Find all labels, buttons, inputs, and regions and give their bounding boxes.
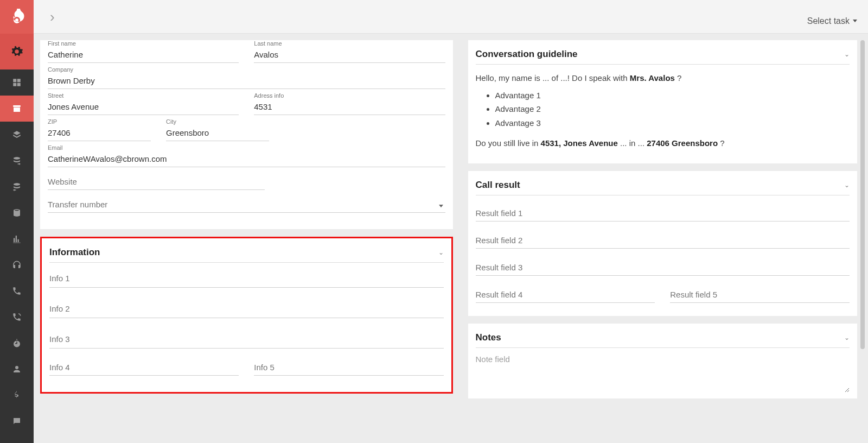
city-input[interactable] <box>166 126 269 141</box>
info-1-input[interactable] <box>49 274 444 283</box>
email-label: Email <box>48 144 445 151</box>
guideline-confirm-addr: 4531, Jones Avenue <box>541 138 618 148</box>
settings-button[interactable] <box>0 34 34 69</box>
email-input[interactable] <box>48 152 445 167</box>
user-icon <box>12 364 22 374</box>
notes-card: Notes ⌄ <box>468 324 857 398</box>
sidebar-item-chat[interactable] <box>0 408 34 434</box>
company-label: Company <box>48 66 445 73</box>
sidebar-item-archive[interactable] <box>0 96 34 122</box>
guideline-body: Hello, my name is ... of ...! Do I speak… <box>476 71 850 150</box>
guideline-greeting-name: Mrs. Avalos <box>630 73 675 83</box>
sidebar-item-layers[interactable] <box>0 122 34 148</box>
sidebar-item-billing[interactable] <box>0 382 34 408</box>
archive-icon <box>12 104 22 113</box>
result-field-1[interactable] <box>476 206 850 221</box>
sidebar-item-coins-in[interactable] <box>0 148 34 174</box>
phone-redo-icon <box>12 312 22 322</box>
info-5-input[interactable] <box>254 360 443 376</box>
flame-ball-icon <box>7 7 27 27</box>
brand-logo[interactable] <box>0 0 34 34</box>
street-label: Street <box>48 92 239 99</box>
information-header[interactable]: Information ⌄ <box>49 243 444 263</box>
guideline-confirm-city: 27406 Greensboro <box>647 138 718 148</box>
info-4-input[interactable] <box>49 360 239 376</box>
info-3-input[interactable] <box>49 334 444 344</box>
information-card: Information ⌄ <box>40 237 453 394</box>
first-name-input[interactable] <box>48 48 239 63</box>
chevron-down-icon: ⌄ <box>844 181 850 189</box>
gear-icon <box>9 43 25 60</box>
layers-icon <box>12 130 22 140</box>
right-scrollbar[interactable] <box>860 40 865 436</box>
website-input[interactable] <box>48 175 265 190</box>
guideline-bullet: Advantage 2 <box>495 102 850 116</box>
information-title: Information <box>49 247 100 258</box>
sidebar-item-database[interactable] <box>0 200 34 226</box>
last-name-label: Last name <box>254 40 445 47</box>
address-info-label: Adress info <box>254 92 445 99</box>
result-field-3[interactable] <box>476 261 850 276</box>
grid-icon <box>12 78 22 87</box>
guideline-header[interactable]: Conversation guideline ⌄ <box>476 45 850 65</box>
bar-chart-icon <box>12 234 22 244</box>
coins-in-icon <box>12 156 22 166</box>
caret-down-icon <box>439 205 443 207</box>
result-field-2[interactable] <box>476 233 850 249</box>
guideline-confirm-pre: Do you still live in <box>476 138 541 148</box>
zip-input[interactable] <box>48 126 151 141</box>
main: › Select task First name <box>34 0 868 443</box>
content: First name Last name Company <box>34 34 868 443</box>
last-name-input[interactable] <box>254 48 445 63</box>
chevron-down-icon: ⌄ <box>438 249 444 256</box>
contact-card: First name Last name Company <box>40 40 453 229</box>
guideline-card: Conversation guideline ⌄ Hello, my name … <box>468 40 857 163</box>
scrollbar-thumb[interactable] <box>860 40 865 349</box>
sidebar-item-stats[interactable] <box>0 226 34 252</box>
database-icon <box>12 208 22 218</box>
sidebar-item-timer[interactable] <box>0 330 34 356</box>
call-result-header[interactable]: Call result ⌄ <box>476 175 850 195</box>
sidebar-item-coins-out[interactable] <box>0 174 34 200</box>
guideline-greeting-pre: Hello, my name is ... of ...! Do I speak… <box>476 73 630 83</box>
address-info-input[interactable] <box>254 100 445 115</box>
result-field-5[interactable] <box>670 288 850 303</box>
guideline-title: Conversation guideline <box>476 49 578 60</box>
sidebar <box>0 0 34 443</box>
guideline-confirm-mid: ... in ... <box>620 138 647 148</box>
stopwatch-icon <box>12 338 22 348</box>
guideline-bullet: Advantage 3 <box>495 116 850 130</box>
sidebar-item-phone[interactable] <box>0 278 34 304</box>
call-result-card: Call result ⌄ <box>468 171 857 316</box>
select-task-dropdown[interactable]: Select task <box>807 8 857 26</box>
info-2-input[interactable] <box>49 304 444 313</box>
headset-icon <box>12 260 22 270</box>
phone-icon <box>12 286 22 296</box>
chat-icon <box>12 416 22 426</box>
street-input[interactable] <box>48 100 239 115</box>
notes-title: Notes <box>476 332 501 343</box>
city-label: City <box>166 118 269 125</box>
result-field-4[interactable] <box>476 288 655 303</box>
first-name-label: First name <box>48 40 239 47</box>
coins-out-icon <box>12 182 22 192</box>
sidebar-item-user[interactable] <box>0 356 34 382</box>
chevron-down-icon: ⌄ <box>844 334 850 341</box>
guideline-greeting-post: ? <box>677 73 681 83</box>
transfer-number-select[interactable] <box>48 198 445 213</box>
chevron-down-icon: ⌄ <box>844 50 850 58</box>
select-task-label: Select task <box>807 16 850 26</box>
notes-header[interactable]: Notes ⌄ <box>476 328 850 348</box>
sidebar-item-grid[interactable] <box>0 69 34 96</box>
topbar: › Select task <box>34 0 868 34</box>
guideline-confirm-post: ? <box>720 138 724 148</box>
guideline-bullet: Advantage 1 <box>495 88 850 103</box>
dollar-icon <box>12 390 22 400</box>
breadcrumb-chevron-icon[interactable]: › <box>50 10 55 24</box>
sidebar-item-phone-redo[interactable] <box>0 304 34 330</box>
notes-textarea[interactable] <box>476 355 850 393</box>
caret-down-icon <box>853 20 857 22</box>
call-result-title: Call result <box>476 180 520 191</box>
sidebar-item-headset[interactable] <box>0 252 34 278</box>
company-input[interactable] <box>48 74 445 89</box>
